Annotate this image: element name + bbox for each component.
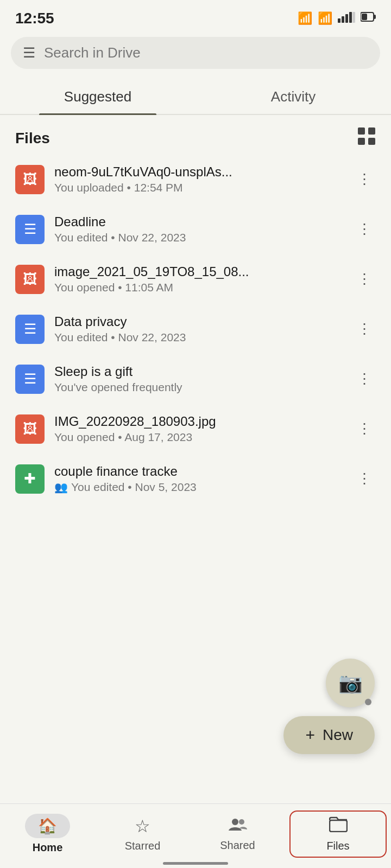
image-icon: 🖼: [23, 171, 37, 188]
files-header: Files: [0, 115, 391, 155]
file-thumbnail: ☰: [15, 315, 45, 344]
svg-rect-11: [368, 138, 375, 145]
tabs: Suggested Activity: [0, 76, 391, 115]
file-info: Data privacy You edited • Nov 22, 2023: [54, 314, 343, 344]
file-thumbnail: ☰: [15, 365, 45, 394]
nav-label-home: Home: [33, 841, 63, 854]
more-options-button[interactable]: ⋮: [353, 466, 376, 492]
camera-fab-button[interactable]: 📷: [326, 659, 375, 707]
file-info: couple finance tracke 👥 You edited • Nov…: [54, 464, 343, 494]
file-meta: You opened • 11:05 AM: [54, 281, 343, 294]
more-options-button[interactable]: ⋮: [353, 167, 376, 192]
doc-icon: ☰: [24, 321, 36, 337]
list-item[interactable]: ☰ Deadline You edited • Nov 22, 2023 ⋮: [5, 205, 386, 254]
star-icon: ☆: [135, 816, 150, 837]
status-icons: 📶 📶: [298, 11, 376, 26]
more-options-button[interactable]: ⋮: [353, 266, 376, 292]
signal-icon: [338, 11, 355, 26]
svg-rect-3: [349, 12, 352, 23]
tab-suggested[interactable]: Suggested: [0, 76, 195, 114]
file-meta: You opened • Aug 17, 2023: [54, 431, 343, 444]
file-list: 🖼 neom-9uL7tKuVAq0-unsplAs... You upload…: [0, 155, 391, 504]
svg-rect-7: [362, 14, 367, 20]
file-meta: 👥 You edited • Nov 5, 2023: [54, 481, 343, 494]
status-time: 12:55: [15, 10, 54, 27]
more-options-button[interactable]: ⋮: [353, 316, 376, 342]
file-info: Sleep is a gift You've opened frequently: [54, 364, 343, 394]
nav-item-files[interactable]: Files: [289, 810, 387, 858]
file-info: IMG_20220928_180903.jpg You opened • Aug…: [54, 414, 343, 444]
file-name: IMG_20220928_180903.jpg: [54, 414, 343, 429]
file-meta: You uploaded • 12:54 PM: [54, 181, 343, 194]
file-thumbnail: 🖼: [15, 165, 45, 194]
list-item[interactable]: ☰ Sleep is a gift You've opened frequent…: [5, 354, 386, 404]
image-icon: 🖼: [23, 271, 37, 288]
files-section-title: Files: [15, 130, 50, 147]
search-placeholder: Search in Drive: [44, 44, 141, 61]
bluetooth-icon: 📶: [298, 11, 312, 25]
svg-rect-6: [374, 15, 376, 19]
svg-rect-0: [338, 18, 340, 23]
home-icon: 🏠: [38, 817, 57, 835]
shared-people-icon: 👥: [54, 481, 68, 494]
list-item[interactable]: 🖼 IMG_20220928_180903.jpg You opened • A…: [5, 404, 386, 454]
menu-icon[interactable]: ☰: [23, 44, 35, 61]
nav-item-starred[interactable]: ☆ Starred: [95, 812, 190, 857]
nav-item-shared[interactable]: Shared: [190, 812, 285, 856]
more-options-button[interactable]: ⋮: [353, 366, 376, 392]
file-name: Deadline: [54, 214, 343, 229]
wifi-icon: 📶: [318, 11, 332, 25]
file-info: neom-9uL7tKuVAq0-unsplAs... You uploaded…: [54, 164, 343, 194]
file-thumbnail: 🖼: [15, 414, 45, 444]
grid-view-icon[interactable]: [357, 127, 376, 149]
new-fab-label: New: [323, 726, 353, 744]
search-bar[interactable]: ☰ Search in Drive: [11, 37, 380, 69]
battery-icon: [361, 11, 376, 26]
fab-area: 📷 + New: [283, 659, 375, 754]
doc-icon: ☰: [24, 221, 36, 238]
file-name: image_2021_05_19TO8_15_08...: [54, 264, 343, 279]
home-pill: 🏠: [25, 814, 70, 838]
sheets-icon: ✚: [24, 470, 36, 487]
svg-rect-8: [358, 127, 365, 135]
svg-rect-2: [345, 14, 348, 23]
svg-rect-14: [330, 820, 347, 832]
file-thumbnail: 🖼: [15, 265, 45, 294]
search-bar-wrap: ☰ Search in Drive: [0, 33, 391, 76]
svg-rect-4: [352, 12, 355, 23]
svg-rect-1: [342, 16, 344, 23]
nav-label-files: Files: [326, 840, 349, 852]
more-options-button[interactable]: ⋮: [353, 216, 376, 242]
shared-icon: [229, 816, 247, 836]
file-name: neom-9uL7tKuVAq0-unsplAs...: [54, 164, 343, 180]
file-meta: You edited • Nov 22, 2023: [54, 231, 343, 244]
svg-rect-9: [368, 127, 375, 135]
doc-icon: ☰: [24, 371, 36, 387]
camera-icon: 📷: [338, 672, 363, 694]
file-info: Deadline You edited • Nov 22, 2023: [54, 214, 343, 244]
list-item[interactable]: ✚ couple finance tracke 👥 You edited • N…: [5, 454, 386, 504]
file-meta: You edited • Nov 22, 2023: [54, 331, 343, 344]
home-indicator: [163, 862, 228, 865]
svg-point-12: [232, 819, 238, 825]
status-bar: 12:55 📶 📶: [0, 0, 391, 33]
image-icon: 🖼: [23, 420, 37, 437]
nav-label-shared: Shared: [220, 839, 255, 852]
list-item[interactable]: ☰ Data privacy You edited • Nov 22, 2023…: [5, 304, 386, 354]
file-name: couple finance tracke: [54, 464, 343, 479]
file-thumbnail: ☰: [15, 215, 45, 244]
more-options-button[interactable]: ⋮: [353, 416, 376, 442]
plus-icon: +: [305, 726, 315, 744]
file-info: image_2021_05_19TO8_15_08... You opened …: [54, 264, 343, 294]
new-fab-button[interactable]: + New: [283, 716, 375, 754]
nav-item-home[interactable]: 🏠 Home: [0, 809, 95, 858]
bottom-nav: 🏠 Home ☆ Starred Shared Files: [0, 803, 391, 868]
list-item[interactable]: 🖼 neom-9uL7tKuVAq0-unsplAs... You upload…: [5, 155, 386, 205]
tab-activity[interactable]: Activity: [195, 76, 391, 114]
list-item[interactable]: 🖼 image_2021_05_19TO8_15_08... You opene…: [5, 254, 386, 304]
file-meta: You've opened frequently: [54, 381, 343, 394]
svg-point-13: [239, 819, 244, 825]
file-name: Sleep is a gift: [54, 364, 343, 379]
file-thumbnail: ✚: [15, 464, 45, 494]
svg-rect-10: [358, 138, 365, 145]
